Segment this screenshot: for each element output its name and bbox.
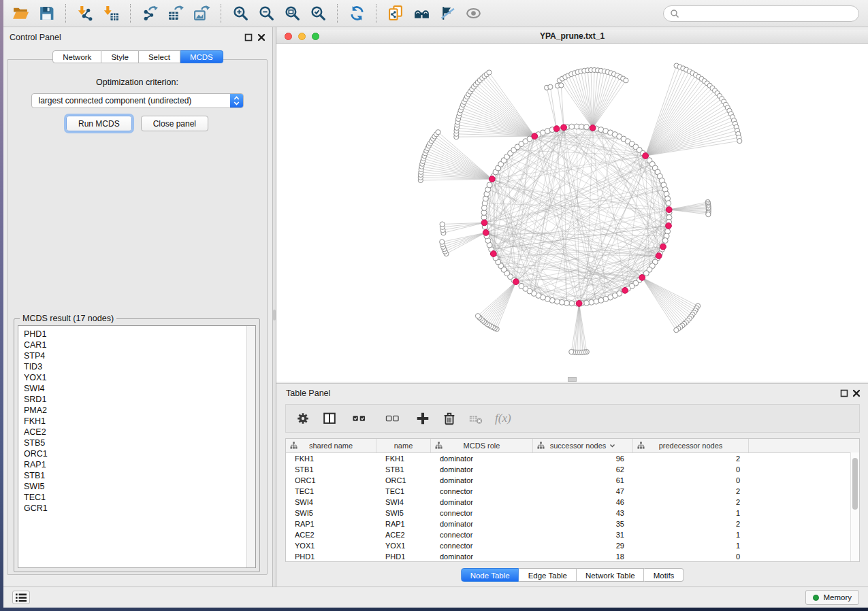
table-row[interactable]: SWI5SWI5connector431 [286, 508, 859, 518]
column-header-mcds-role[interactable]: MCDS role [431, 439, 533, 452]
column-header-name[interactable]: name [376, 439, 431, 452]
hide-selected-button[interactable] [434, 2, 460, 25]
zoom-selected-button[interactable] [305, 2, 331, 25]
table-settings-button[interactable] [293, 408, 313, 429]
cell-shared-name: FKH1 [286, 455, 376, 463]
close-panel-icon[interactable] [257, 33, 266, 42]
mcds-result-item[interactable]: FKH1 [24, 416, 255, 427]
mcds-result-item[interactable]: ORC1 [24, 448, 255, 459]
zoom-out-button[interactable] [253, 2, 279, 25]
network-graph[interactable] [276, 44, 868, 382]
add-column-button[interactable] [413, 408, 433, 429]
mcds-result-item[interactable]: RAP1 [24, 459, 255, 470]
table-scrollbar[interactable] [850, 452, 859, 561]
tab-network-table[interactable]: Network Table [577, 568, 645, 582]
mcds-result-item[interactable]: PMA2 [24, 405, 255, 416]
control-panel: Control Panel NetworkStyleSelectMCDS Opt… [3, 27, 272, 587]
zoom-in-button[interactable] [227, 2, 253, 25]
clone-network-button[interactable] [383, 2, 408, 25]
mcds-result-item[interactable]: PHD1 [24, 329, 255, 340]
save-session-button[interactable] [33, 2, 59, 25]
sort-desc-icon[interactable] [609, 444, 615, 448]
mcds-result-item[interactable]: SRD1 [24, 394, 255, 405]
float-panel-icon[interactable] [244, 33, 253, 42]
table-row[interactable]: TEC1TEC1connector472 [286, 486, 859, 497]
function-builder-button[interactable]: f(x) [495, 412, 511, 425]
network-window-titlebar[interactable]: YPA_prune.txt_1 [276, 30, 868, 44]
deselect-all-rows-button[interactable] [379, 408, 406, 429]
mcds-result-item[interactable]: YOX1 [24, 372, 255, 383]
table-row[interactable]: STB1STB1dominator620 [286, 464, 859, 475]
zoom-fit-button[interactable] [279, 2, 305, 25]
cell-name: SWI5 [376, 509, 431, 517]
column-label: name [394, 442, 413, 450]
memory-button[interactable]: Memory [805, 590, 859, 605]
panel-menu-button[interactable] [12, 591, 30, 604]
mcds-result-item[interactable]: ACE2 [24, 427, 255, 437]
tab-style[interactable]: Style [101, 50, 139, 63]
export-network-button[interactable] [137, 2, 163, 25]
network-search-box[interactable] [663, 5, 859, 22]
table-row[interactable]: ORC1ORC1dominator610 [286, 475, 859, 486]
refresh-view-button[interactable] [344, 2, 370, 25]
export-image-button[interactable] [189, 2, 214, 25]
criterion-select[interactable]: largest connected component (undirected) [31, 93, 244, 108]
table-row[interactable]: YOX1YOX1connector291 [286, 540, 859, 551]
mcds-result-item[interactable]: STB5 [24, 437, 255, 448]
import-table-icon [103, 5, 120, 22]
column-header-successor-nodes[interactable]: successor nodes [533, 439, 633, 452]
table-row[interactable]: RAP1RAP1dominator352 [286, 518, 859, 529]
tab-edge-table[interactable]: Edge Table [519, 568, 577, 582]
first-neighbors-button[interactable] [408, 2, 434, 25]
maximize-window-icon[interactable] [312, 33, 319, 40]
select-all-rows-button[interactable] [346, 408, 373, 429]
cell-shared-name: PHD1 [286, 552, 376, 561]
tab-network[interactable]: Network [52, 50, 101, 63]
column-type-icon [435, 442, 443, 449]
import-table-button[interactable] [98, 2, 124, 25]
mcds-result-item[interactable]: TID3 [24, 361, 255, 372]
column-header-predecessor-nodes[interactable]: predecessor nodes [633, 439, 749, 452]
network-canvas[interactable] [276, 44, 868, 382]
tab-node-table[interactable]: Node Table [461, 568, 519, 582]
node-table[interactable]: shared namenameMCDS rolesuccessor nodesp… [285, 438, 860, 562]
show-columns-button[interactable] [319, 408, 340, 429]
result-scrollbar[interactable] [246, 326, 255, 567]
mcds-result-item[interactable]: GCR1 [24, 503, 255, 514]
mcds-result-item[interactable]: STB1 [24, 470, 255, 481]
search-input[interactable] [683, 8, 852, 19]
scrollbar-thumb[interactable] [852, 458, 858, 510]
column-header-shared-name[interactable]: shared name [286, 439, 376, 452]
flag-slash-icon [439, 5, 456, 22]
export-table-button[interactable] [163, 2, 189, 25]
tab-motifs[interactable]: Motifs [645, 568, 684, 582]
mcds-result-item[interactable]: CAR1 [24, 340, 255, 350]
minimize-window-icon[interactable] [298, 33, 306, 40]
import-network-button[interactable] [72, 2, 98, 25]
tab-mcds[interactable]: MCDS [180, 50, 223, 63]
network-window: YPA_prune.txt_1 [276, 30, 868, 381]
mcds-result-item[interactable]: TEC1 [24, 492, 255, 503]
close-window-icon[interactable] [285, 33, 292, 40]
table-row[interactable]: ACE2ACE2connector311 [286, 529, 859, 540]
mcds-result-item[interactable]: SWI5 [24, 481, 255, 492]
table-row[interactable]: FKH1FKH1dominator962 [286, 453, 859, 464]
delete-column-button[interactable] [439, 408, 460, 429]
optimization-criterion-label: Optimization criterion: [7, 78, 267, 87]
close-table-panel-icon[interactable] [852, 389, 861, 397]
close-panel-button[interactable]: Close panel [141, 116, 208, 131]
table-row[interactable]: PHD1PHD1dominator180 [286, 551, 859, 562]
mcds-result-item[interactable]: STP4 [24, 350, 255, 361]
table-row[interactable]: SWI4SWI4dominator462 [286, 497, 859, 508]
run-mcds-button[interactable]: Run MCDS [66, 116, 132, 131]
splitter-grip[interactable] [273, 310, 276, 320]
show-all-button[interactable] [460, 2, 486, 25]
tab-select[interactable]: Select [139, 50, 180, 63]
open-file-button[interactable] [7, 2, 33, 25]
destroy-table-button[interactable] [466, 408, 486, 429]
mcds-result-list[interactable]: PHD1CAR1STP4TID3YOX1SWI4SRD1PMA2FKH1ACE2… [18, 325, 256, 568]
canvas-splitter-grip[interactable] [568, 377, 577, 382]
float-table-panel-icon[interactable] [840, 389, 848, 397]
cell-name: RAP1 [376, 520, 431, 528]
mcds-result-item[interactable]: SWI4 [24, 383, 255, 394]
